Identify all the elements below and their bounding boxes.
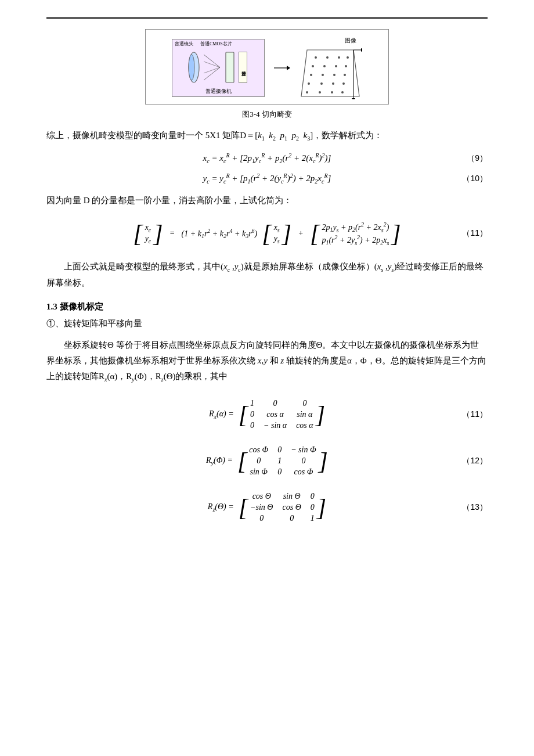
camera-diagram: 普通镜头 普通CMOS芯片 bbox=[172, 37, 362, 99]
svg-point-22 bbox=[310, 74, 312, 76]
image-right: 图像 bbox=[298, 37, 362, 99]
camera-top-labels: 普通镜头 普通CMOS芯片 bbox=[172, 39, 264, 47]
svg-point-1 bbox=[189, 55, 194, 80]
top-rule bbox=[46, 17, 488, 19]
svg-marker-8 bbox=[287, 66, 290, 70]
svg-point-16 bbox=[338, 56, 340, 59]
eq11-block: [ xc yc ] = (1 + k1r2 + k2r4 + k3r6) [ x… bbox=[46, 220, 488, 247]
putong-jiao: 普通胶 bbox=[239, 52, 247, 83]
eq-ry-content: Ry(Φ) = [ cos Φ0− sin Φ 010 sin Φ0cos Φ … bbox=[206, 444, 328, 478]
lens-label: 普通镜头 bbox=[175, 41, 193, 47]
svg-point-15 bbox=[326, 56, 329, 59]
eq11-number: （11） bbox=[462, 228, 488, 239]
bracket-left-2: [ bbox=[262, 221, 271, 246]
figure-container: 普通镜头 普通CMOS芯片 bbox=[46, 29, 488, 120]
eq9-content: xc = xcR + [2p1ycR + p2(r2 + 2(xcR)2)] bbox=[203, 152, 331, 164]
cmos-shape bbox=[225, 51, 235, 84]
svg-line-3 bbox=[204, 67, 220, 80]
svg-marker-13 bbox=[352, 98, 355, 99]
eq-rx-content: Rx(α) = [ 100 0cos αsin α 0− sin αcos α … bbox=[209, 398, 325, 431]
svg-point-18 bbox=[312, 65, 314, 67]
svg-point-21 bbox=[345, 65, 347, 67]
eq-rz-block: Rz(Θ) = [ cos Θsin Θ0 −sin Θcos Θ0 001 ]… bbox=[46, 491, 488, 524]
xs-vector: [ xs ys ] bbox=[262, 221, 291, 246]
light-rays bbox=[204, 50, 221, 85]
rx-bracket-right: ] bbox=[316, 402, 325, 427]
rz-matrix: [ cos Θsin Θ0 −sin Θcos Θ0 001 ] bbox=[239, 491, 326, 524]
svg-point-29 bbox=[342, 82, 345, 85]
bracket-right-3: ] bbox=[391, 221, 400, 246]
bracket-left-1: [ bbox=[133, 221, 142, 246]
eq-ry-block: Ry(Φ) = [ cos Φ0− sin Φ 010 sin Φ0cos Φ … bbox=[46, 444, 488, 478]
svg-rect-6 bbox=[226, 52, 234, 82]
camera-bottom-label: 普通摄像机 bbox=[172, 88, 264, 96]
rz-bracket-left: [ bbox=[239, 495, 248, 520]
eq9-block: xc = xcR + [2p1ycR + p2(r2 + 2(xcR)2)] （… bbox=[46, 152, 488, 164]
ry-matrix: [ cos Φ0− sin Φ 010 sin Φ0cos Φ ] bbox=[237, 444, 328, 478]
lhs-vector: [ xc yc ] bbox=[133, 221, 163, 246]
intro-para: 综上，摄像机畸变模型的畸变向量时一个 5X1 矩阵D＝[k1 k2 p1 p2 … bbox=[46, 128, 488, 144]
simplify-para: 因为向量 D 的分量都是一阶小量，消去高阶小量，上试化简为： bbox=[46, 193, 488, 208]
distortion-vector: [ 2p1ys + p2(r2 + 2xs2) p1(r2 + 2ys2) + … bbox=[310, 220, 401, 247]
eq-rx-block: Rx(α) = [ 100 0cos αsin α 0− sin αcos α … bbox=[46, 398, 488, 431]
cmos-label: 普通CMOS芯片 bbox=[200, 41, 232, 47]
ry-bracket-right: ] bbox=[319, 449, 328, 473]
svg-point-24 bbox=[333, 74, 335, 76]
svg-point-30 bbox=[306, 91, 308, 93]
eq-rz-content: Rz(Θ) = [ cos Θsin Θ0 −sin Θcos Θ0 001 ] bbox=[208, 491, 326, 524]
eq11-content: [ xc yc ] = (1 + k1r2 + k2r4 + k3r6) [ x… bbox=[133, 220, 400, 247]
figure-caption: 图3-4 切向畸变 bbox=[242, 109, 292, 120]
eq12-number: （12） bbox=[462, 456, 488, 466]
svg-point-28 bbox=[332, 82, 334, 85]
image-label-top: 图像 bbox=[345, 37, 356, 45]
camera-left-box: 普通镜头 普通CMOS芯片 bbox=[172, 39, 265, 97]
svg-point-20 bbox=[335, 65, 337, 67]
eq11-plus: + bbox=[298, 229, 303, 238]
lens-shape bbox=[187, 50, 200, 85]
eq10-number: （10） bbox=[462, 174, 488, 184]
sub-section-1: ①、旋转矩阵和平移向量 bbox=[46, 318, 488, 329]
svg-point-33 bbox=[341, 91, 344, 93]
rx-matrix: [ 100 0cos αsin α 0− sin αcos α ] bbox=[239, 398, 325, 431]
svg-line-5 bbox=[204, 67, 220, 73]
arrow bbox=[273, 62, 290, 74]
svg-marker-11 bbox=[361, 48, 362, 52]
svg-point-27 bbox=[320, 82, 323, 85]
svg-point-26 bbox=[308, 82, 310, 85]
rx-bracket-left: [ bbox=[239, 402, 248, 427]
ry-bracket-left: [ bbox=[237, 449, 247, 473]
section-title: 1.3 摄像机标定 bbox=[46, 301, 488, 312]
svg-point-32 bbox=[331, 91, 333, 93]
svg-point-19 bbox=[323, 65, 326, 67]
bracket-right-1: ] bbox=[153, 221, 163, 246]
svg-line-2 bbox=[204, 55, 220, 67]
eq10-content: yc = ycR + [p1(r2 + 2(ycR)2) + 2p2xcR] bbox=[203, 172, 331, 185]
trapezoid-area bbox=[298, 47, 362, 99]
formula-para: 上面公式就是畸变模型的最终形式，其中(xc ,yc)就是原始屏幕坐标（成像仪坐标… bbox=[46, 259, 488, 291]
rz-bracket-right: ] bbox=[317, 495, 326, 520]
svg-point-25 bbox=[344, 74, 346, 76]
eq11b-number: （11） bbox=[462, 409, 488, 420]
svg-marker-9 bbox=[301, 50, 359, 96]
camera-inner: 普通胶 bbox=[172, 47, 264, 88]
eq11-coeff: (1 + k1r2 + k2r4 + k3r6) bbox=[182, 228, 258, 239]
svg-line-4 bbox=[204, 62, 220, 67]
eq11-equals: = bbox=[170, 229, 175, 238]
eq10-block: yc = ycR + [p1(r2 + 2(ycR)2) + 2p2xcR] （… bbox=[46, 172, 488, 185]
bracket-right-2: ] bbox=[282, 221, 291, 246]
figure-box: 普通镜头 普通CMOS芯片 bbox=[145, 29, 389, 105]
svg-point-31 bbox=[319, 91, 321, 93]
eq9-number: （9） bbox=[467, 153, 488, 164]
eq13-number: （13） bbox=[462, 502, 488, 513]
svg-point-14 bbox=[315, 56, 317, 59]
rotation-para: 坐标系旋转Θ 等价于将目标点围绕坐标原点反方向旋转同样的角度Θ。本文中以左摄像机… bbox=[46, 337, 488, 385]
svg-point-17 bbox=[347, 56, 349, 59]
svg-point-23 bbox=[322, 74, 324, 76]
bracket-left-3: [ bbox=[310, 221, 319, 246]
